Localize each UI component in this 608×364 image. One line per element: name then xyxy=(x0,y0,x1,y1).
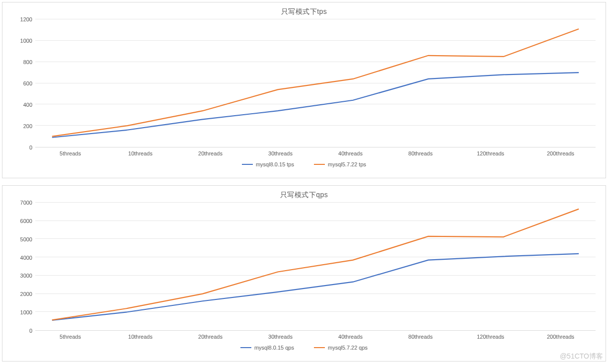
x-tick: 120threads xyxy=(456,150,526,156)
line-svg xyxy=(35,19,596,147)
legend: mysql8.0.15 tps mysql5.7.22 tps xyxy=(12,161,596,167)
chart-tps: 只写模式下tps 1200 1000 800 600 400 200 0 5th… xyxy=(2,2,606,178)
legend-label: mysql8.0.15 qps xyxy=(254,345,294,351)
legend-swatch xyxy=(314,347,325,348)
legend-label: mysql5.7.22 qps xyxy=(328,345,368,351)
x-tick: 120threads xyxy=(456,334,526,340)
legend-swatch xyxy=(242,164,253,165)
x-tick: 10threads xyxy=(105,150,175,156)
x-tick: 5threads xyxy=(35,334,105,340)
x-tick: 40threads xyxy=(315,334,385,340)
plot-row: 7000 6000 5000 4000 3000 2000 1000 0 xyxy=(12,203,596,331)
legend-label: mysql5.7.22 tps xyxy=(328,161,366,167)
x-tick: 80threads xyxy=(385,334,456,340)
x-tick: 20threads xyxy=(175,334,245,340)
legend-item: mysql8.0.15 tps xyxy=(242,161,294,167)
x-tick: 20threads xyxy=(175,150,245,156)
chart-title: 只写模式下tps xyxy=(12,7,596,16)
x-tick: 200threads xyxy=(526,150,596,156)
legend: mysql8.0.15 qps mysql5.7.22 qps xyxy=(12,345,596,351)
y-axis: 7000 6000 5000 4000 3000 2000 1000 0 xyxy=(12,203,35,331)
legend-item: mysql5.7.22 qps xyxy=(314,345,368,351)
x-axis: 5threads 10threads 20threads 30threads 4… xyxy=(35,147,596,156)
legend-label: mysql8.0.15 tps xyxy=(256,161,294,167)
legend-item: mysql5.7.22 tps xyxy=(314,161,366,167)
legend-swatch xyxy=(314,164,325,165)
series-mysql8015-qps xyxy=(52,254,579,320)
legend-swatch xyxy=(240,347,251,348)
watermark: @51CTO博客 xyxy=(560,352,603,361)
x-tick: 80threads xyxy=(385,150,456,156)
x-tick: 10threads xyxy=(105,334,175,340)
chart-qps: 只写模式下qps 7000 6000 5000 4000 3000 2000 1… xyxy=(2,185,606,362)
series-mysql8015-tps xyxy=(52,73,579,138)
x-tick: 40threads xyxy=(315,150,385,156)
series-mysql5722-tps xyxy=(52,29,579,136)
y-axis: 1200 1000 800 600 400 200 0 xyxy=(12,19,35,147)
chart-title: 只写模式下qps xyxy=(12,191,596,200)
plot-area xyxy=(35,19,596,147)
x-tick: 30threads xyxy=(245,334,315,340)
x-tick: 5threads xyxy=(35,150,105,156)
x-axis: 5threads 10threads 20threads 30threads 4… xyxy=(35,331,596,340)
line-svg xyxy=(35,203,596,330)
series-mysql5722-qps xyxy=(52,209,579,320)
x-tick: 30threads xyxy=(245,150,315,156)
plot-row: 1200 1000 800 600 400 200 0 xyxy=(12,19,596,147)
legend-item: mysql8.0.15 qps xyxy=(240,345,294,351)
x-tick: 200threads xyxy=(526,334,596,340)
plot-area xyxy=(35,203,596,331)
